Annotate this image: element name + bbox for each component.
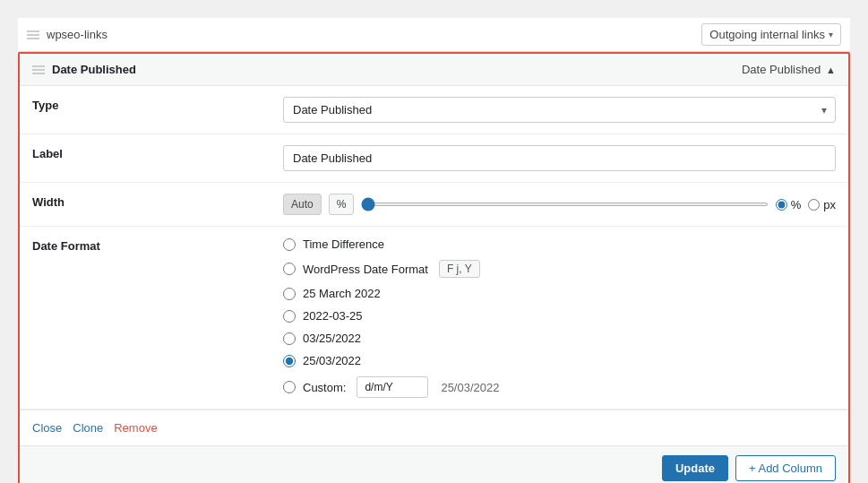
type-row: Type Date Published Title Author Categor… [20,86,848,134]
close-button[interactable]: Close [32,421,62,435]
column-settings-card: Date Published Date Published ▲ Type Dat… [18,52,850,483]
us-date-option[interactable]: 03/25/2022 [283,332,836,345]
top-bar: wpseo-links Outgoing internal links ▾ [18,18,850,52]
auto-button[interactable]: Auto [283,194,322,215]
type-select[interactable]: Date Published Title Author Category Tag… [283,97,836,123]
width-controls: Auto % % px [283,194,836,215]
custom-date-radio[interactable] [283,381,296,393]
column-type-label: Outgoing internal links [709,28,825,41]
long-date-label: 25 March 2022 [303,287,381,300]
label-row: Label [20,134,848,183]
percent-unit-label: % [791,198,802,211]
update-button[interactable]: Update [662,455,728,481]
width-control: Auto % % px [283,194,836,215]
label-control [283,145,836,171]
eu-date-label: 25/03/2022 [303,354,361,367]
section-title: Date Published [52,63,136,76]
percent-radio-label: % [776,198,802,211]
type-control: Date Published Title Author Category Tag… [283,97,836,123]
date-format-options: Time Difference WordPress Date Format F … [283,237,836,398]
type-select-wrapper: Date Published Title Author Category Tag… [283,97,836,123]
date-format-row: Date Format Time Difference WordPress Da… [20,227,848,410]
custom-format-input[interactable] [357,376,428,398]
clone-button[interactable]: Clone [73,421,103,435]
time-diff-radio[interactable] [283,238,296,251]
eu-date-option[interactable]: 25/03/2022 [283,354,836,367]
section-header: Date Published Date Published ▲ [20,54,848,86]
px-radio-label: px [808,198,836,211]
wp-date-radio[interactable] [283,263,296,275]
iso-date-label: 2022-03-25 [303,309,363,323]
type-label: Type [32,97,283,112]
chevron-down-icon: ▾ [829,30,833,39]
percent-button[interactable]: % [329,194,355,215]
percent-radio[interactable] [776,199,787,211]
drag-handle-icon[interactable] [27,30,39,39]
long-date-radio[interactable] [283,288,296,300]
remove-button[interactable]: Remove [114,421,157,435]
top-bar-right: Outgoing internal links ▾ [701,23,841,46]
action-bar: Close Clone Remove [20,410,848,445]
sort-label: Date Published [742,63,821,76]
width-row: Width Auto % % px [20,183,848,227]
sort-arrow-icon: ▲ [826,65,836,75]
px-unit-label: px [823,198,836,211]
us-date-label: 03/25/2022 [303,332,361,345]
custom-date-label: Custom: [303,381,346,394]
plugin-name: wpseo-links [47,28,107,41]
section-header-left: Date Published [32,63,136,76]
custom-date-option[interactable]: Custom: 25/03/2022 [283,376,836,398]
time-diff-label: Time Difference [303,237,384,251]
us-date-radio[interactable] [283,332,296,345]
bottom-bar: Update + Add Column [20,445,848,483]
section-header-right: Date Published ▲ [742,63,836,76]
section-drag-handle-icon[interactable] [32,65,45,74]
width-slider[interactable] [361,203,768,206]
width-label: Width [32,194,283,209]
add-column-button[interactable]: + Add Column [735,455,836,481]
label-input[interactable] [283,145,836,171]
px-radio[interactable] [808,199,820,211]
time-diff-option[interactable]: Time Difference [283,237,836,251]
date-format-label: Date Format [32,237,283,253]
eu-date-radio[interactable] [283,355,296,367]
date-format-control: Time Difference WordPress Date Format F … [283,237,836,398]
iso-date-option[interactable]: 2022-03-25 [283,309,836,323]
iso-date-radio[interactable] [283,310,296,323]
label-field-label: Label [32,145,283,160]
wp-date-label: WordPress Date Format [303,263,428,276]
wp-date-option[interactable]: WordPress Date Format F j, Y [283,260,836,278]
long-date-option[interactable]: 25 March 2022 [283,287,836,300]
column-type-selector[interactable]: Outgoing internal links ▾ [701,23,841,46]
custom-format-preview: 25/03/2022 [441,381,499,394]
wp-date-badge: F j, Y [439,260,480,278]
top-bar-left: wpseo-links [27,28,107,41]
